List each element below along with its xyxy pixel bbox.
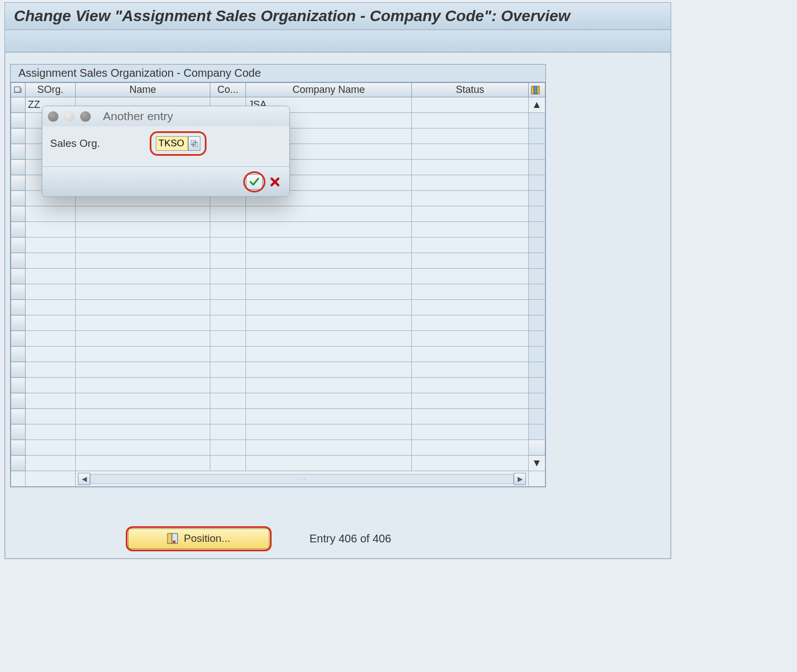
row-selector[interactable] xyxy=(11,393,26,409)
table-row[interactable] xyxy=(11,378,545,393)
row-selector[interactable] xyxy=(11,424,26,440)
table-row[interactable]: ▼ xyxy=(11,456,545,471)
row-selector[interactable] xyxy=(11,160,26,175)
row-selector[interactable] xyxy=(11,269,26,284)
table-row[interactable] xyxy=(11,440,545,456)
table-row[interactable] xyxy=(11,238,545,253)
horizontal-scrollbar[interactable]: ◀ ··· ▶ xyxy=(11,471,545,487)
col-status-label: Status xyxy=(456,84,484,95)
section-header: Assignment Sales Organization - Company … xyxy=(11,65,545,82)
row-selector[interactable] xyxy=(11,331,26,347)
page-title-text: Change View "Assignment Sales Organizati… xyxy=(14,7,570,24)
row-selector[interactable] xyxy=(11,175,26,191)
position-button-label: Position... xyxy=(184,532,230,545)
position-icon xyxy=(167,533,178,544)
settings-icon xyxy=(531,86,543,95)
svg-rect-0 xyxy=(14,87,20,92)
scroll-right-button[interactable]: ▶ xyxy=(514,473,526,485)
application-toolbar xyxy=(5,30,671,52)
checkmark-icon xyxy=(249,177,260,187)
svg-rect-2 xyxy=(534,86,537,94)
table-row[interactable] xyxy=(11,362,545,378)
window-close-dot[interactable] xyxy=(48,111,58,122)
row-selector[interactable] xyxy=(11,409,26,424)
row-selector[interactable] xyxy=(11,113,26,129)
row-selector[interactable] xyxy=(11,300,26,315)
row-selector[interactable] xyxy=(11,315,26,331)
position-button[interactable]: Position... xyxy=(128,528,269,549)
table-settings[interactable] xyxy=(529,83,545,97)
dialog-footer xyxy=(42,166,289,196)
table-row[interactable] xyxy=(11,206,545,222)
value-help-icon xyxy=(191,140,198,147)
row-selector[interactable] xyxy=(11,456,26,471)
sales-org-field-wrap xyxy=(156,136,200,151)
col-sorg[interactable]: SOrg. xyxy=(26,83,76,97)
col-status[interactable]: Status xyxy=(412,83,529,97)
another-entry-dialog: Another entry Sales Org. xyxy=(42,106,290,197)
table-row[interactable] xyxy=(11,409,545,424)
scroll-left-button[interactable]: ◀ xyxy=(78,473,90,485)
col-sorg-label: SOrg. xyxy=(37,84,63,95)
page-title: Change View "Assignment Sales Organizati… xyxy=(5,3,671,30)
window-min-dot[interactable] xyxy=(64,111,75,122)
footer-bar: Position... Entry 406 of 406 xyxy=(6,519,670,558)
cell-sorg-value: ZZ xyxy=(28,99,40,110)
window-max-dot[interactable] xyxy=(80,111,91,122)
section-title: Assignment Sales Organization - Company … xyxy=(18,67,261,79)
scroll-down-button[interactable]: ▼ xyxy=(529,456,545,471)
col-co[interactable]: Co... xyxy=(210,83,246,97)
row-selector[interactable] xyxy=(11,191,26,206)
table-row[interactable] xyxy=(11,424,545,440)
cancel-icon xyxy=(269,176,281,187)
table-row[interactable] xyxy=(11,300,545,315)
scroll-track[interactable]: ··· xyxy=(90,474,514,484)
table-row[interactable] xyxy=(11,284,545,300)
row-selector[interactable] xyxy=(11,284,26,300)
cell-status[interactable] xyxy=(412,97,529,113)
table-row[interactable] xyxy=(11,253,545,269)
sales-org-label: Sales Org. xyxy=(50,137,100,150)
row-selector[interactable] xyxy=(11,253,26,269)
col-name[interactable]: Name xyxy=(76,83,210,97)
confirm-button[interactable] xyxy=(246,174,263,190)
svg-rect-1 xyxy=(532,86,534,94)
value-help-button[interactable] xyxy=(188,136,200,151)
row-selector[interactable] xyxy=(11,206,26,222)
row-selector[interactable] xyxy=(11,440,26,456)
row-selector[interactable] xyxy=(11,362,26,378)
entry-counter-text: Entry 406 of 406 xyxy=(309,532,391,545)
table-row[interactable] xyxy=(11,347,545,362)
table-row[interactable] xyxy=(11,331,545,347)
svg-rect-4 xyxy=(168,533,172,543)
row-selector[interactable] xyxy=(11,378,26,393)
col-company-name[interactable]: Company Name xyxy=(246,83,412,97)
table-row[interactable] xyxy=(11,222,545,238)
table-row[interactable] xyxy=(11,393,545,409)
col-co-label: Co... xyxy=(217,84,238,95)
row-selector-header[interactable] xyxy=(11,83,26,97)
dialog-title: Another entry xyxy=(103,110,173,123)
svg-rect-3 xyxy=(537,86,539,94)
row-selector[interactable] xyxy=(11,238,26,253)
main-window: Change View "Assignment Sales Organizati… xyxy=(4,2,671,559)
col-company-name-label: Company Name xyxy=(292,84,365,95)
row-selector[interactable] xyxy=(11,222,26,238)
select-all-icon xyxy=(13,86,23,95)
dialog-body: Sales Org. xyxy=(42,126,289,166)
row-selector[interactable] xyxy=(11,97,26,113)
table-row[interactable] xyxy=(11,315,545,331)
cancel-button[interactable] xyxy=(269,176,281,187)
dialog-titlebar[interactable]: Another entry xyxy=(42,106,289,126)
row-selector[interactable] xyxy=(11,129,26,144)
scroll-up-button[interactable]: ▲ xyxy=(529,97,545,113)
entry-counter: Entry 406 of 406 xyxy=(309,532,391,545)
row-selector[interactable] xyxy=(11,144,26,160)
row-selector[interactable] xyxy=(11,347,26,362)
table-row[interactable] xyxy=(11,269,545,284)
col-name-label: Name xyxy=(129,84,156,95)
sales-org-input[interactable] xyxy=(156,136,188,151)
